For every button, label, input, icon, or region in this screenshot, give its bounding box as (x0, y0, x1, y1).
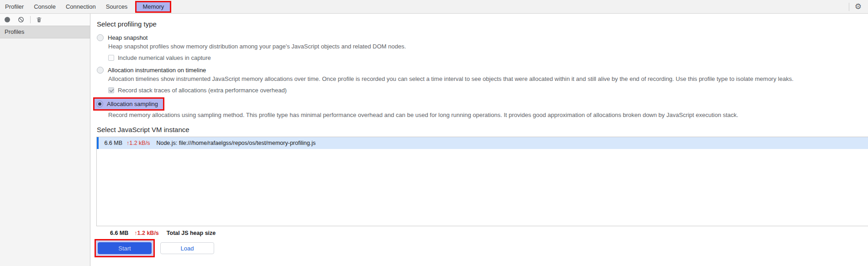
clear-icon[interactable] (18, 16, 24, 23)
toolbar-separator (30, 16, 31, 23)
total-heap-size-label: Total JS heap size (167, 230, 216, 236)
allocation-timeline-description: Allocation timelines show instrumented J… (108, 75, 868, 82)
memory-tab-annotation-box: Memory (135, 1, 171, 13)
allocation-sampling-radio[interactable] (96, 101, 103, 107)
tab-sources[interactable]: Sources (101, 0, 133, 14)
tabbar-right-controls: ⚙ (849, 0, 868, 14)
allocation-sampling-description: Record memory allocations using sampling… (108, 112, 868, 118)
load-button[interactable]: Load (160, 242, 214, 254)
vm-instance-title: Select JavaScript VM instance (97, 126, 868, 133)
tab-connection[interactable]: Connection (61, 0, 101, 14)
tabbar-separator (849, 3, 849, 11)
include-numerical-values-checkbox[interactable] (108, 55, 114, 61)
tab-memory[interactable]: Memory (137, 2, 170, 11)
memory-panel-main: Select profiling type Heap snapshot Heap… (90, 14, 868, 266)
heap-snapshot-description: Heap snapshot profiles show memory distr… (108, 43, 868, 50)
option-heap-snapshot[interactable]: Heap snapshot (97, 34, 868, 41)
allocation-timeline-label: Allocation instrumentation on timeline (108, 67, 206, 74)
total-heap-rate: ↑1.2 kB/s (134, 230, 159, 236)
record-icon[interactable] (4, 16, 11, 23)
devtools-tabbar: Profiler Console Connection Sources Memo… (0, 0, 868, 14)
allocation-sampling-annotation-box: Allocation sampling (93, 97, 164, 111)
record-stack-traces-checkbox (108, 87, 114, 93)
include-numerical-values-label: Include numerical values in capture (118, 54, 211, 61)
allocation-sampling-label[interactable]: Allocation sampling (107, 101, 158, 107)
vm-instance-list: 6.6 MB ↑1.2 kB/s Node.js: file:///home/r… (96, 137, 868, 226)
record-stack-traces-row: Record stack traces of allocations (extr… (108, 87, 868, 94)
heap-snapshot-radio[interactable] (97, 34, 104, 41)
allocation-timeline-radio[interactable] (97, 67, 104, 74)
profiles-section-header: Profiles (0, 26, 90, 38)
tab-profiler[interactable]: Profiler (0, 0, 29, 14)
include-numerical-values-row[interactable]: Include numerical values in capture (108, 54, 868, 61)
vm-instance-row[interactable]: 6.6 MB ↑1.2 kB/s Node.js: file:///home/r… (97, 137, 868, 149)
vm-heap-size: 6.6 MB (99, 140, 122, 146)
profiling-type-title: Select profiling type (97, 20, 868, 28)
action-buttons-row: Start Load (95, 239, 868, 257)
settings-gear-icon[interactable]: ⚙ (855, 0, 862, 14)
start-button-annotation-box: Start (95, 239, 155, 257)
vm-instance-name: Node.js: file:///home/rafaelgss/repos/os… (156, 140, 316, 146)
start-button[interactable]: Start (98, 242, 152, 254)
heap-snapshot-label: Heap snapshot (108, 34, 147, 41)
profiles-sidebar: Profiles (0, 14, 90, 266)
record-stack-traces-label: Record stack traces of allocations (extr… (118, 87, 287, 94)
total-heap-size-value: 6.6 MB (110, 230, 128, 236)
option-allocation-timeline[interactable]: Allocation instrumentation on timeline (97, 67, 868, 74)
tab-console[interactable]: Console (29, 0, 61, 14)
total-heap-size-row: 6.6 MB ↑1.2 kB/s Total JS heap size (110, 230, 868, 236)
profiler-toolbar (0, 14, 90, 26)
delete-trash-icon[interactable] (36, 16, 42, 23)
vm-heap-rate: ↑1.2 kB/s (126, 140, 150, 146)
